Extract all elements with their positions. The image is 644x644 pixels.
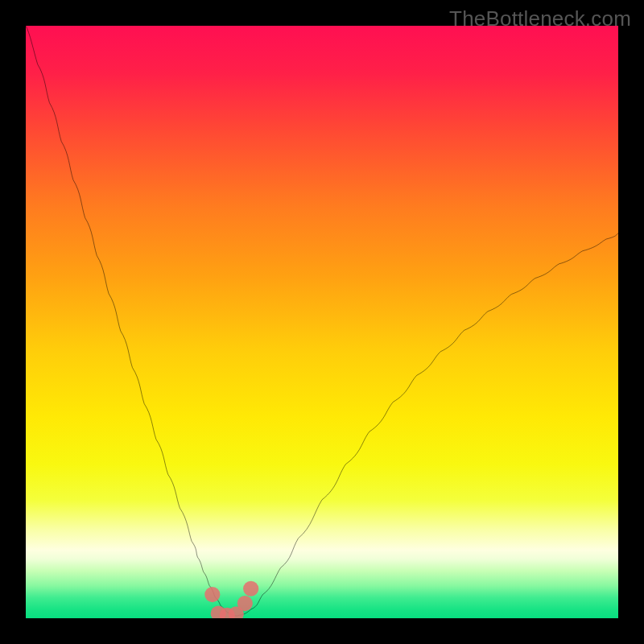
curve-marker bbox=[237, 596, 253, 611]
marker-group bbox=[204, 581, 258, 618]
curve-layer bbox=[26, 26, 618, 618]
plot-area bbox=[26, 26, 618, 618]
curve-marker bbox=[204, 587, 220, 602]
curve-marker bbox=[243, 581, 258, 597]
chart-frame: TheBottleneck.com bbox=[0, 0, 644, 644]
bottleneck-curve bbox=[26, 26, 618, 616]
